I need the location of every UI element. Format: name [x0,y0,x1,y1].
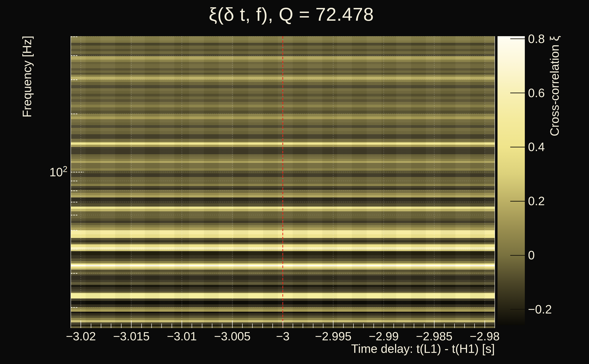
colorbar-tick [510,147,525,147]
time-delay-marker-line [282,36,283,328]
time-major-tick [333,321,334,328]
time-minor-tick [192,324,192,328]
time-minor-tick [141,324,142,328]
colorbar-tick [510,39,525,39]
x-tick-label: −3.02 [53,329,108,343]
freq-minor-tick [71,202,78,202]
colorbar [497,36,525,325]
colorbar-tick [510,201,525,202]
freq-minor-tick [71,181,78,181]
time-minor-tick [363,324,364,328]
time-minor-tick [303,324,303,328]
time-minor-tick [202,324,202,328]
x-tick-label: −2.985 [407,329,462,343]
heatmap-plot-area [71,36,495,328]
colorbar-tick [510,309,525,310]
time-minor-tick [151,324,152,328]
time-minor-tick [252,324,253,328]
time-minor-tick [161,324,162,328]
decade-base: 10 [49,165,63,179]
y-axis-title: Frequency [Hz] [20,36,34,117]
time-minor-tick [101,324,101,328]
time-minor-tick [414,324,414,328]
time-minor-tick [454,324,455,328]
time-minor-tick [384,324,384,328]
time-minor-tick [343,324,344,328]
time-major-tick [484,321,485,328]
x-tick-label: −2.995 [306,329,360,343]
time-major-tick [131,321,131,328]
freq-minor-tick [71,273,78,274]
time-major-tick [182,321,182,328]
x-tick-label: −2.99 [356,329,411,343]
freq-minor-tick [71,230,78,231]
freq-minor-tick [71,215,78,215]
time-minor-tick [353,324,354,328]
colorbar-tick-label: −0.2 [528,302,583,317]
x-tick-label: −3.015 [104,329,159,343]
time-minor-tick [393,324,394,328]
time-gridline [81,36,81,328]
time-minor-tick [293,324,293,328]
freq-minor-tick [71,36,78,37]
x-tick-label: −3.01 [155,329,209,343]
time-major-tick [434,321,434,328]
freq-major-tick [71,172,84,172]
time-gridline [131,36,131,328]
time-major-tick [232,321,233,328]
figure-canvas: ξ(δ t, f), Q = 72.478 Frequency [Hz] 102… [0,0,589,364]
colorbar-tick-label: 0.4 [528,140,583,154]
time-gridline [384,36,384,328]
time-minor-tick [172,324,172,328]
time-minor-tick [91,324,91,328]
freq-minor-tick [71,307,78,308]
time-gridline [182,36,182,328]
time-minor-tick [373,324,374,328]
time-minor-tick [222,324,222,328]
time-minor-tick [121,324,122,328]
freq-minor-tick [71,190,78,191]
time-gridline [434,36,434,328]
plot-right-border [495,36,495,328]
time-minor-tick [212,324,212,328]
time-gridline [232,36,233,328]
x-tick-label: −2.98 [458,329,512,343]
colorbar-tick [510,255,525,256]
time-minor-tick [444,324,445,328]
colorbar-tick-label: 0 [528,248,583,263]
decade-exponent: 2 [63,164,67,174]
x-tick-label: −3 [255,329,310,343]
time-minor-tick [474,324,475,328]
freq-minor-tick [71,114,78,114]
time-minor-tick [313,324,313,328]
time-minor-tick [242,324,243,328]
chart-title: ξ(δ t, f), Q = 72.478 [23,4,560,25]
freq-minor-tick [71,55,78,56]
freq-minor-tick [71,79,78,80]
time-gridline [484,36,485,328]
time-minor-tick [464,324,465,328]
colorbar-tick [510,93,525,93]
colorbar-title: Cross-correlation ξ [548,36,562,136]
time-minor-tick [404,324,404,328]
x-tick-label: −3.005 [205,329,260,343]
time-major-tick [81,321,81,328]
freq-minor-tick [71,249,78,250]
time-minor-tick [111,324,111,328]
colorbar-tick-label: 0.2 [528,194,583,208]
time-minor-tick [323,324,323,328]
x-axis-title: Time delay: t(L1) - t(H1) [s] [290,342,495,356]
time-minor-tick [424,324,425,328]
time-major-tick [283,321,283,328]
time-minor-tick [272,324,273,328]
time-minor-tick [262,324,263,328]
y-axis-decade-label: 102 [27,165,67,179]
time-gridline [333,36,334,328]
